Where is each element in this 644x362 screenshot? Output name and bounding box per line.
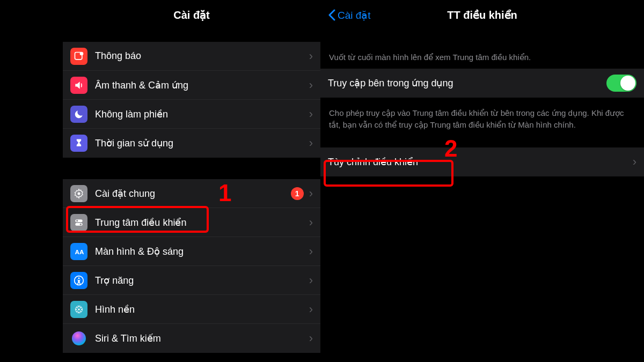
header-title: Cài đặt [63, 0, 320, 30]
page-title: Cài đặt [173, 9, 210, 21]
svg-point-1 [80, 51, 84, 55]
row-label: Siri & Tìm kiếm [95, 333, 309, 344]
row-label: Không làm phiền [95, 108, 309, 120]
toggle-label: Truy cập bên trong ứng dụng [328, 77, 606, 89]
row-wallpaper[interactable]: Hình nền › [63, 295, 320, 324]
control-center-screen: Cài đặt TT điều khiển Vuốt từ cuối màn h… [320, 0, 644, 362]
row-label: Cài đặt chung [95, 188, 291, 200]
chevron-right-icon: › [309, 302, 313, 316]
row-general[interactable]: Cài đặt chung 1 › [63, 179, 320, 208]
settings-group-1: Thông báo › Âm thanh & Cảm ứng › Không l… [63, 42, 320, 158]
row-label: Âm thanh & Cảm ứng [95, 79, 309, 91]
chevron-right-icon: › [309, 78, 313, 92]
moon-icon [70, 106, 87, 123]
svg-point-4 [76, 220, 78, 221]
notification-icon [70, 48, 87, 65]
header: Cài đặt TT điều khiển [320, 0, 644, 30]
chevron-right-icon: › [309, 216, 313, 230]
badge-count: 1 [291, 187, 304, 200]
settings-group-2: Cài đặt chung 1 › Trung tâm điều khiển ›… [63, 179, 320, 353]
row-sounds[interactable]: Âm thanh & Cảm ứng › [63, 71, 320, 100]
row-notifications[interactable]: Thông báo › [63, 42, 320, 71]
svg-point-2 [78, 192, 80, 195]
svg-point-6 [80, 223, 82, 225]
row-control-center[interactable]: Trung tâm điều khiển › [63, 208, 320, 237]
chevron-right-icon: › [309, 274, 313, 287]
textsize-icon: AA [70, 243, 87, 260]
toggle-switch[interactable] [606, 75, 636, 92]
svg-point-15 [81, 309, 82, 310]
svg-point-11 [78, 308, 79, 310]
row-label: Màn hình & Độ sáng [95, 246, 309, 257]
svg-point-17 [80, 307, 82, 308]
chevron-right-icon: › [309, 331, 313, 345]
wallpaper-icon [70, 301, 87, 318]
row-access-in-apps[interactable]: Truy cập bên trong ứng dụng [320, 69, 644, 98]
toggle-caption: Cho phép truy cập vào Trung tâm điều khi… [320, 98, 644, 136]
row-label: Tùy chỉnh điều khiển [328, 156, 633, 168]
switches-icon [70, 214, 87, 231]
svg-text:AA: AA [75, 248, 84, 255]
svg-point-16 [77, 307, 78, 308]
back-button[interactable]: Cài đặt [328, 9, 371, 21]
chevron-right-icon: › [309, 187, 313, 201]
page-title: TT điều khiển [447, 9, 517, 21]
svg-point-9 [78, 277, 80, 279]
svg-point-14 [76, 309, 77, 310]
chevron-right-icon: › [309, 136, 313, 150]
sound-icon [70, 77, 87, 94]
gear-icon [70, 185, 87, 202]
accessibility-icon [70, 272, 87, 289]
svg-point-19 [80, 311, 82, 312]
chevron-right-icon: › [309, 245, 313, 258]
chevron-right-icon: › [309, 107, 313, 121]
row-accessibility[interactable]: Trợ năng › [63, 266, 320, 295]
row-customize-controls[interactable]: Tùy chỉnh điều khiển › [320, 147, 644, 176]
chevron-right-icon: › [633, 155, 636, 169]
siri-icon [70, 330, 87, 347]
svg-point-13 [78, 312, 79, 313]
svg-point-18 [77, 311, 78, 312]
row-siri[interactable]: Siri & Tìm kiếm › [63, 324, 320, 353]
hourglass-icon [70, 135, 87, 152]
row-display[interactable]: AA Màn hình & Độ sáng › [63, 237, 320, 266]
hint-text: Vuốt từ cuối màn hình lên để xem Trung t… [320, 30, 644, 69]
row-label: Thông báo [95, 50, 309, 62]
chevron-right-icon: › [309, 49, 313, 63]
row-label: Trợ năng [95, 275, 309, 286]
row-dnd[interactable]: Không làm phiền › [63, 100, 320, 129]
settings-screen: Cài đặt Thông báo › Âm thanh & Cảm ứng › [63, 0, 320, 362]
row-label: Trung tâm điều khiển [95, 217, 309, 228]
row-label: Thời gian sử dụng [95, 137, 309, 149]
row-label: Hình nền [95, 304, 309, 315]
back-label: Cài đặt [338, 9, 371, 21]
svg-point-12 [78, 306, 79, 307]
row-screentime[interactable]: Thời gian sử dụng › [63, 129, 320, 158]
